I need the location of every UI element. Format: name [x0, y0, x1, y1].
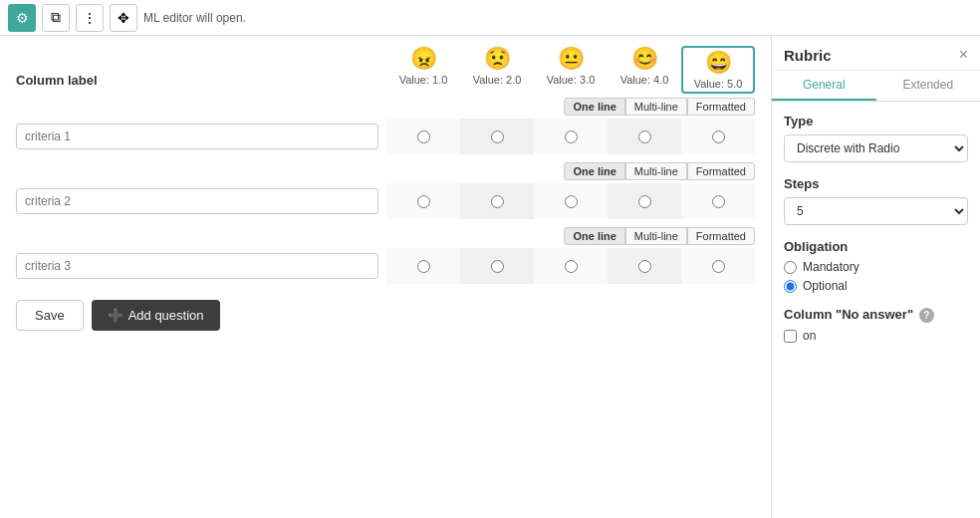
criteria-data-row-1 [16, 119, 755, 154]
emoji-value-5: Value: 5.0 [694, 78, 743, 90]
radio-cols-1 [386, 119, 755, 154]
toolbar-btn-one-line-1[interactable]: One line [564, 98, 624, 116]
radio-input-1-5[interactable] [712, 130, 725, 143]
emoji-value-3: Value: 3.0 [547, 74, 596, 86]
move-icon[interactable]: ✥ [110, 4, 137, 32]
radio-input-2-4[interactable] [638, 195, 651, 208]
editor-text: ML editor will open. [143, 11, 246, 25]
add-label: Add question [128, 308, 204, 323]
radio-input-2-1[interactable] [417, 195, 430, 208]
emoji-value-1: Value: 1.0 [399, 74, 448, 86]
toolbar-btn-multi-line-2[interactable]: Multi-line [625, 162, 687, 180]
radio-input-2-2[interactable] [491, 195, 504, 208]
obligation-optional-radio[interactable] [784, 280, 797, 293]
rubric-table-area: Column label 😠 Value: 1.0😟 Value: 2.0😐 V… [0, 36, 771, 518]
criteria-group-1: One lineMulti-lineFormatted [16, 98, 755, 154]
emoji-col-1: 😠 Value: 1.0 [386, 46, 460, 94]
obligation-mandatory-label: Mandatory [803, 260, 859, 274]
toolbar-btn-one-line-2[interactable]: One line [564, 162, 624, 180]
type-label: Type [784, 114, 968, 129]
radio-input-3-3[interactable] [565, 260, 578, 273]
criteria-toolbar-1: One lineMulti-lineFormatted [16, 98, 755, 116]
emoji-icon-1: 😠 [410, 46, 437, 72]
no-answer-on-label: on [803, 329, 816, 343]
emoji-icon-3: 😐 [558, 46, 585, 72]
radio-col-1-3 [534, 119, 608, 154]
radio-input-3-1[interactable] [417, 260, 430, 273]
add-question-button[interactable]: ➕ Add question [92, 300, 220, 331]
obligation-mandatory-radio[interactable] [784, 261, 797, 274]
radio-col-1-1 [386, 119, 460, 154]
radio-cols-3 [386, 248, 755, 284]
footer-row: Save ➕ Add question [16, 300, 755, 341]
more-icon[interactable]: ⋮ [76, 4, 104, 32]
radio-input-3-4[interactable] [638, 260, 651, 273]
no-answer-checkbox-row: on [784, 329, 968, 343]
criteria-input-3[interactable] [16, 253, 378, 279]
main-content: Column label 😠 Value: 1.0😟 Value: 2.0😐 V… [0, 36, 980, 518]
radio-input-2-3[interactable] [565, 195, 578, 208]
steps-select[interactable]: 3 4 5 6 7 [784, 197, 968, 225]
radio-col-2-5 [681, 183, 755, 219]
no-answer-checkbox[interactable] [784, 330, 797, 343]
save-button[interactable]: Save [16, 300, 84, 331]
toolbar-btn-formatted-1[interactable]: Formatted [687, 98, 755, 116]
toolbar-btn-one-line-3[interactable]: One line [564, 227, 624, 245]
no-answer-help-icon[interactable]: ? [919, 308, 934, 323]
radio-col-2-3 [534, 183, 608, 219]
toolbar-btn-multi-line-3[interactable]: Multi-line [625, 227, 687, 245]
toolbar-btn-multi-line-1[interactable]: Multi-line [625, 98, 687, 116]
rubric-tabs: General Extended [772, 71, 980, 102]
emoji-col-4: 😊 Value: 4.0 [608, 46, 681, 94]
emoji-value-4: Value: 4.0 [620, 74, 669, 86]
criteria-input-cell-3 [16, 253, 386, 279]
criteria-input-2[interactable] [16, 188, 378, 214]
top-bar: ⚙ ⧉ ⋮ ✥ ML editor will open. [0, 0, 980, 36]
radio-col-1-5 [681, 119, 755, 154]
no-answer-label: Column "No answer" ? [784, 307, 968, 323]
emoji-icon-4: 😊 [631, 46, 658, 72]
toolbar-btn-formatted-3[interactable]: Formatted [687, 227, 755, 245]
rubric-header: Rubric × [772, 36, 980, 71]
obligation-optional-row: Optional [784, 279, 968, 293]
criteria-input-1[interactable] [16, 124, 378, 149]
radio-col-1-2 [460, 119, 534, 154]
emoji-columns: 😠 Value: 1.0😟 Value: 2.0😐 Value: 3.0😊 Va… [386, 46, 755, 94]
radio-col-3-2 [460, 248, 534, 284]
tab-general[interactable]: General [772, 71, 876, 101]
radio-input-1-4[interactable] [638, 130, 651, 143]
radio-col-2-4 [608, 183, 681, 219]
criteria-container: One lineMulti-lineFormattedOne lineMulti… [16, 98, 755, 284]
type-select[interactable]: Discrete with Radio Discrete with Checkb… [784, 134, 968, 162]
emoji-col-2: 😟 Value: 2.0 [460, 46, 534, 94]
criteria-toolbar-2: One lineMulti-lineFormatted [16, 162, 755, 180]
emoji-value-2: Value: 2.0 [473, 74, 522, 86]
emoji-icon-5: 😄 [705, 50, 732, 76]
criteria-group-3: One lineMulti-lineFormatted [16, 227, 755, 284]
gear-icon[interactable]: ⚙ [8, 4, 36, 32]
radio-input-3-2[interactable] [491, 260, 504, 273]
radio-input-1-3[interactable] [565, 130, 578, 143]
rubric-close-button[interactable]: × [959, 46, 968, 64]
tab-extended[interactable]: Extended [876, 71, 981, 101]
criteria-toolbar-3: One lineMulti-lineFormatted [16, 227, 755, 245]
radio-col-3-3 [534, 248, 608, 284]
obligation-mandatory-row: Mandatory [784, 260, 968, 274]
radio-input-1-1[interactable] [417, 130, 430, 143]
steps-label: Steps [784, 176, 968, 191]
radio-input-1-2[interactable] [491, 130, 504, 143]
copy-icon[interactable]: ⧉ [42, 4, 70, 32]
radio-col-1-4 [608, 119, 681, 154]
obligation-optional-label: Optional [803, 279, 848, 293]
toolbar-btn-formatted-2[interactable]: Formatted [687, 162, 755, 180]
rubric-title: Rubric [784, 47, 832, 64]
radio-col-3-1 [386, 248, 460, 284]
criteria-group-2: One lineMulti-lineFormatted [16, 162, 755, 219]
radio-col-3-5 [681, 248, 755, 284]
criteria-data-row-3 [16, 248, 755, 284]
radio-input-2-5[interactable] [712, 195, 725, 208]
rubric-panel: Rubric × General Extended Type Discrete … [771, 36, 980, 518]
column-label: Column label [16, 73, 386, 94]
add-icon: ➕ [108, 308, 123, 323]
radio-input-3-5[interactable] [712, 260, 725, 273]
